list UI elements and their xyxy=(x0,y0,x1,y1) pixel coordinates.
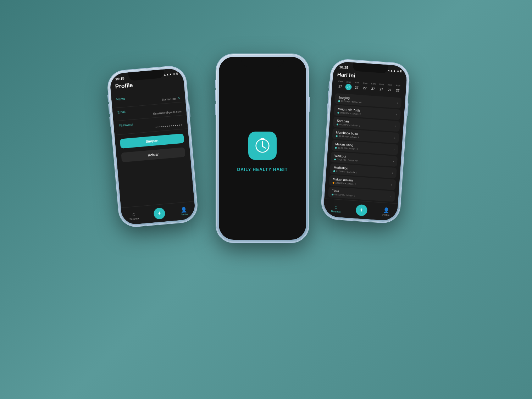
habit-info-makan-malam: Makan malam 19:00 PM • 1x/hari • 1 xyxy=(332,177,390,187)
cal-day-2[interactable]: Kam 27 xyxy=(344,81,353,90)
battery-icon: ▮ xyxy=(176,72,178,75)
splash-title-habit: HABIT xyxy=(271,167,288,172)
splash-app-name: DAILY HEALTY HABIT xyxy=(237,167,288,172)
phone-inner-left: 10:15 ▲▲▲ ◈ ▮ Profile Nama Nama User xyxy=(109,67,196,225)
app-logo xyxy=(248,132,277,160)
profile-icon-left: 👤 xyxy=(181,206,187,212)
nav-beranda-label-left: Beranda xyxy=(129,217,139,220)
nav-profile-label-left: Profile xyxy=(181,213,188,216)
nav-profile-left[interactable]: 👤 Profile xyxy=(180,206,188,216)
arrow-tidur: › xyxy=(390,194,392,198)
nav-beranda-left[interactable]: ⌂ Beranda xyxy=(129,211,139,220)
vol-up-button-right xyxy=(328,90,329,100)
mute-button-left xyxy=(107,95,109,102)
status-icons-right: ▲▲▲ ◈ ▮ xyxy=(387,68,401,73)
cal-day-5: Kam 27 xyxy=(369,82,377,92)
splash-title-daily: DAILY xyxy=(237,167,253,172)
arrow-jogging: › xyxy=(397,101,398,104)
app-logo-svg xyxy=(254,137,271,155)
cal-day-3: Kam 27 xyxy=(353,81,361,91)
home-screen: 10:15 ▲▲▲ ◈ ▮ Hari Ini Kam 27 Kam xyxy=(323,61,408,221)
habit-info-makan-siang: Makan siang 13:32 PM • 1x/hari • 0 xyxy=(335,142,392,153)
habit-info-sarapan: Sarapan 06:22 PM • 1x/hari • 5 xyxy=(337,119,394,129)
habit-info-meditation: Meditation 01:50 PM • 1x/hari • 1 xyxy=(333,165,391,176)
habit-info-jogging: Jogging 05:30 AM • 5x/hari • 0 xyxy=(338,95,396,106)
edit-icon-name[interactable]: ✎ xyxy=(178,96,181,100)
bottom-nav-left: ⌂ Beranda + 👤 Profile xyxy=(121,201,196,225)
power-button-left xyxy=(188,104,190,117)
habit-info-tidur: Tidur 09:55 PM • 1x/hari • 0 xyxy=(332,189,389,199)
phones-container: 10:15 ▲▲▲ ◈ ▮ Profile Nama Nama User xyxy=(106,40,426,359)
nav-add-left[interactable]: + xyxy=(153,207,166,220)
phone-inner-right: 10:15 ▲▲▲ ◈ ▮ Hari Ini Kam 27 Kam xyxy=(323,61,408,221)
phone-left: 10:15 ▲▲▲ ◈ ▮ Profile Nama Nama User xyxy=(107,65,198,227)
mute-button-right xyxy=(328,81,330,88)
home-icon-right: ⌂ xyxy=(334,204,338,210)
nav-profile-right[interactable]: 👤 Profile xyxy=(382,207,390,216)
profile-value-name: Nama User xyxy=(162,97,177,101)
save-button[interactable]: Simpan xyxy=(120,133,184,149)
vol-up-button-center xyxy=(215,90,216,101)
wifi-icon: ◈ xyxy=(173,72,175,75)
power-button-center xyxy=(309,97,310,112)
vol-dn-button-center xyxy=(215,104,216,115)
nav-add-right[interactable]: + xyxy=(356,204,368,216)
habit-info-air-putih: Minum Air Putih 08:00 PM • 1x/hari • 2 xyxy=(337,107,395,117)
cal-day-7: Kam 27 xyxy=(386,83,394,93)
profile-screen: 10:15 ▲▲▲ ◈ ▮ Profile Nama Nama User xyxy=(109,67,196,225)
logout-button[interactable]: Keluar xyxy=(121,147,185,162)
splash-screen: DAILY HEALTY HABIT xyxy=(219,57,306,240)
home-icon-left: ⌂ xyxy=(132,211,135,217)
nav-beranda-right[interactable]: ⌂ Beranda xyxy=(331,203,341,213)
calendar-strip: Kam 27 Kam 27 Kam 27 Kam 27 xyxy=(332,80,406,94)
arrow-meditation: › xyxy=(392,171,393,174)
notch-center xyxy=(241,57,284,67)
status-time-left: 10:15 xyxy=(115,76,124,81)
arrow-makan-siang: › xyxy=(393,148,395,151)
arrow-membaca: › xyxy=(394,136,396,139)
splash-title-healty: HEALTY xyxy=(253,167,272,172)
nav-profile-label-right: Profile xyxy=(382,213,389,216)
habit-info-membaca: Membaca buku 05:33 AM • 1x/hari • 8 xyxy=(336,131,393,141)
habit-list: Jogging 05:30 AM • 5x/hari • 0 › Minum A… xyxy=(325,92,405,203)
cal-day-4: Kam 27 xyxy=(361,82,369,91)
phone-inner-center: DAILY HEALTY HABIT xyxy=(219,57,306,240)
status-icons-left: ▲▲▲ ◈ ▮ xyxy=(163,72,177,76)
wifi-icon-right: ◈ xyxy=(397,69,399,72)
signal-icon: ▲▲▲ xyxy=(163,72,172,76)
cal-day-8: Kam 27 xyxy=(394,84,402,94)
arrow-makan-malam: › xyxy=(391,183,392,186)
phone-center: DAILY HEALTY HABIT xyxy=(216,54,309,242)
vol-dn-button-left xyxy=(109,117,111,127)
arrow-air-putih: › xyxy=(396,112,397,116)
phone-right: 10:15 ▲▲▲ ◈ ▮ Hari Ini Kam 27 Kam xyxy=(321,59,410,223)
mute-button-center xyxy=(215,80,216,88)
arrow-workout: › xyxy=(393,159,394,163)
cal-day-6: Kam 27 xyxy=(377,83,386,93)
power-button-right xyxy=(406,103,409,116)
habit-info-workout: Workout 02:25 PM • 5x/hari • 0 xyxy=(334,154,392,164)
signal-icon-right: ▲▲▲ xyxy=(387,68,396,72)
vol-up-button-left xyxy=(108,104,110,114)
cal-day-1: Kam 27 xyxy=(336,80,344,89)
arrow-sarapan: › xyxy=(395,124,397,128)
nav-beranda-label-right: Beranda xyxy=(331,210,340,213)
vol-dn-button-right xyxy=(327,103,328,113)
battery-icon-right: ▮ xyxy=(400,69,402,72)
profile-icon-right: 👤 xyxy=(383,207,389,213)
status-time-right: 10:15 xyxy=(339,65,348,69)
